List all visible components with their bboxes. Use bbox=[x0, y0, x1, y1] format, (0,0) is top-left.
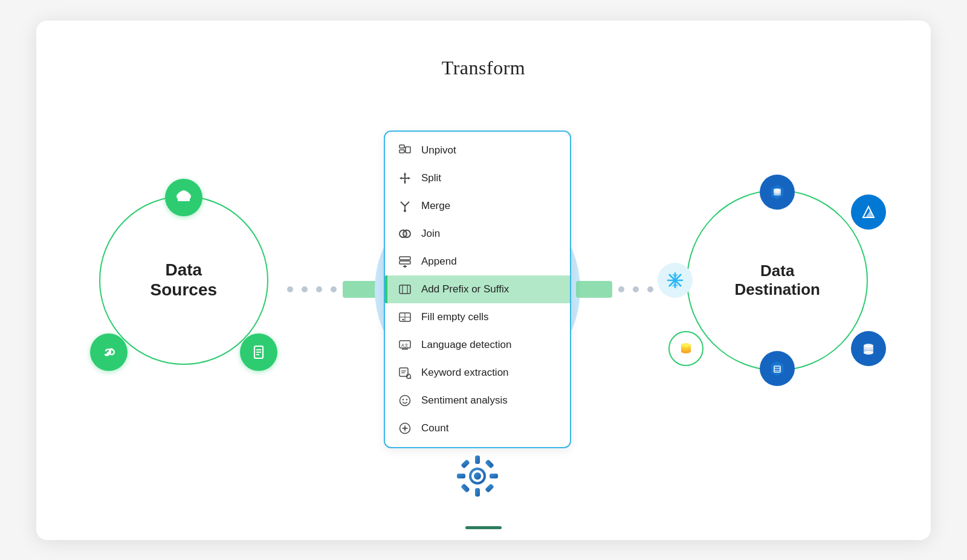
unpivot-label: Unpivot bbox=[421, 144, 456, 156]
svg-point-54 bbox=[406, 399, 407, 400]
menu-item-keyword-extraction[interactable]: Keyword extraction bbox=[385, 359, 570, 387]
append-icon bbox=[397, 254, 413, 269]
language-icon: A文 bbox=[397, 337, 413, 353]
menu-item-fill-empty[interactable]: Fill empty cells bbox=[385, 303, 570, 331]
menu-item-append[interactable]: Append bbox=[385, 248, 570, 275]
snowflake-icon bbox=[658, 263, 693, 298]
svg-rect-17 bbox=[399, 150, 404, 153]
document-icon bbox=[240, 333, 277, 371]
svg-marker-43 bbox=[402, 319, 404, 321]
svg-point-53 bbox=[403, 399, 404, 400]
page-title: Transform bbox=[442, 57, 525, 79]
svg-point-69 bbox=[474, 472, 481, 480]
svg-marker-24 bbox=[404, 181, 406, 184]
transform-section: Unpivot Split bbox=[384, 130, 571, 448]
svg-rect-61 bbox=[475, 488, 480, 497]
right-connector bbox=[576, 281, 670, 298]
fill-icon bbox=[397, 309, 413, 325]
svg-rect-34 bbox=[399, 261, 410, 264]
svg-marker-23 bbox=[404, 173, 406, 175]
sentiment-analysis-label: Sentiment analysis bbox=[421, 394, 508, 407]
svg-rect-16 bbox=[399, 145, 404, 148]
menu-item-count[interactable]: Count bbox=[385, 414, 570, 442]
svg-line-20 bbox=[404, 151, 406, 152]
add-prefix-label: Add Prefix or Suffix bbox=[421, 283, 509, 295]
sentiment-icon bbox=[397, 393, 413, 408]
gear-icon-wrap[interactable] bbox=[453, 452, 502, 503]
svg-point-30 bbox=[404, 210, 406, 212]
svg-marker-26 bbox=[408, 177, 410, 179]
svg-rect-63 bbox=[490, 474, 498, 478]
right-green-band bbox=[576, 281, 612, 298]
dest-db2-icon bbox=[851, 331, 886, 366]
merge-label: Merge bbox=[421, 200, 450, 212]
cloud-db-icon bbox=[165, 179, 202, 216]
azure-icon bbox=[851, 195, 886, 230]
left-green-band bbox=[343, 281, 379, 298]
split-icon bbox=[397, 170, 413, 186]
svg-point-95 bbox=[673, 278, 677, 282]
left-connector bbox=[285, 281, 379, 298]
main-layout: Transform bbox=[36, 21, 931, 540]
prefix-icon bbox=[397, 282, 413, 297]
transform-menu: Unpivot Split bbox=[384, 130, 571, 448]
svg-line-27 bbox=[401, 202, 405, 206]
unpivot-icon bbox=[397, 143, 413, 158]
join-label: Join bbox=[421, 228, 440, 240]
svg-line-51 bbox=[410, 378, 411, 379]
svg-rect-60 bbox=[475, 455, 480, 464]
split-label: Split bbox=[421, 172, 441, 184]
data-sources-section: Data Sources bbox=[87, 184, 280, 377]
keyword-extraction-label: Keyword extraction bbox=[421, 367, 509, 379]
svg-point-79 bbox=[864, 346, 873, 350]
main-card: Transform bbox=[36, 21, 931, 540]
gear-icon bbox=[453, 452, 502, 500]
count-icon bbox=[397, 420, 413, 436]
merge-icon bbox=[397, 198, 413, 214]
svg-point-78 bbox=[864, 351, 873, 355]
svg-point-52 bbox=[399, 395, 410, 405]
svg-point-11 bbox=[181, 195, 187, 198]
menu-item-sentiment-analysis[interactable]: Sentiment analysis bbox=[385, 387, 570, 414]
data-sources-label: Data Sources bbox=[150, 260, 218, 300]
menu-item-join[interactable]: Join bbox=[385, 220, 570, 248]
svg-line-28 bbox=[405, 202, 409, 206]
menu-item-add-prefix-suffix[interactable]: Add Prefix or Suffix bbox=[385, 275, 570, 303]
link-icon bbox=[90, 333, 128, 371]
svg-point-90 bbox=[681, 343, 691, 347]
menu-item-unpivot[interactable]: Unpivot bbox=[385, 137, 570, 164]
fill-empty-label: Fill empty cells bbox=[421, 311, 488, 323]
menu-item-split[interactable]: Split bbox=[385, 164, 570, 192]
append-label: Append bbox=[421, 256, 457, 268]
data-destination-label: Data Destination bbox=[734, 261, 820, 298]
svg-rect-37 bbox=[399, 285, 410, 294]
data-destination-section: Data Destination bbox=[674, 178, 880, 383]
dest-db-icon bbox=[760, 175, 795, 210]
menu-item-language-detection[interactable]: A文 Language detection bbox=[385, 331, 570, 359]
join-icon bbox=[397, 226, 413, 242]
svg-point-75 bbox=[774, 193, 781, 196]
keyword-icon bbox=[397, 365, 413, 381]
menu-item-merge[interactable]: Merge bbox=[385, 192, 570, 220]
svg-text:A文: A文 bbox=[401, 343, 409, 347]
svg-rect-62 bbox=[457, 474, 465, 478]
svg-rect-18 bbox=[406, 147, 410, 153]
dest-gold-icon bbox=[668, 331, 703, 366]
count-label: Count bbox=[421, 422, 448, 434]
language-detection-label: Language detection bbox=[421, 339, 511, 351]
dest-hex-icon bbox=[760, 351, 795, 386]
svg-marker-25 bbox=[399, 177, 402, 179]
svg-rect-33 bbox=[399, 257, 410, 260]
